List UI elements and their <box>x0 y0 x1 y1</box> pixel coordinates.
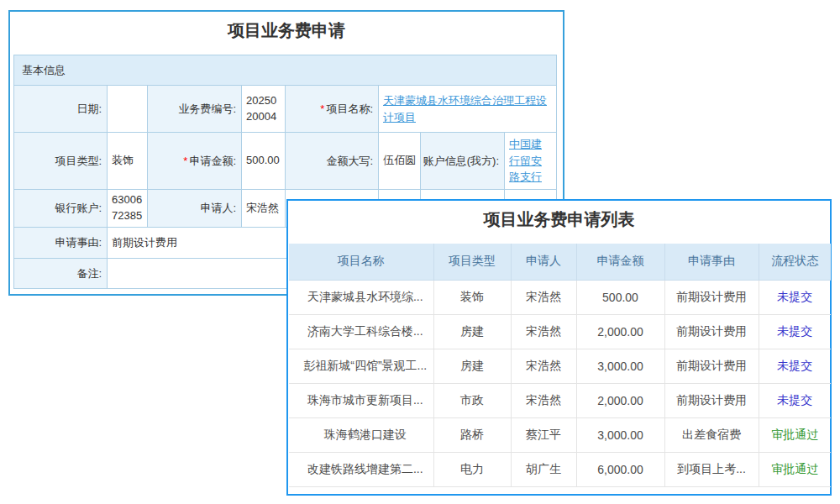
table-row: 彭祖新城“四馆”景观工... 房建 宋浩然 3,000.00 前期设计费用 未提… <box>289 349 831 383</box>
section-header-row: 基本信息 <box>14 55 557 86</box>
project-type-cell: 房建 <box>433 349 511 383</box>
amount-cell: 500.00 <box>576 280 664 314</box>
amount-label: *申请金额: <box>148 133 242 190</box>
project-type-cell: 房建 <box>433 314 511 349</box>
list-title: 项目业务费申请列表 <box>288 201 830 244</box>
applicant-link[interactable]: 蔡江平 <box>511 417 576 452</box>
status-badge[interactable]: 审批通过 <box>759 417 831 452</box>
status-badge[interactable]: 未提交 <box>759 280 831 314</box>
reason-cell: 前期设计费用 <box>664 383 759 417</box>
table-row: 天津蒙城县水环境综... 装饰 宋浩然 500.00 前期设计费用 未提交 <box>289 280 831 314</box>
applicant-link[interactable]: 胡广生 <box>511 452 576 486</box>
amount-cell: 2,000.00 <box>576 314 664 349</box>
page: 项目业务费申请 基本信息 日期: 业务费编号: 2025020004 *项目名称… <box>0 0 840 504</box>
project-name-label: *项目名称: <box>286 86 379 133</box>
col-header-status: 流程状态 <box>759 244 831 280</box>
form-row-2: 项目类型: 装饰 *申请金额: 500.00 金额大写: 伍佰圆 账户信息(我方… <box>14 133 557 190</box>
project-name-cell: 天津蒙城县水环境综合治理工程设计项目 <box>379 86 557 133</box>
project-type-cell: 市政 <box>433 383 511 417</box>
required-asterisk: * <box>183 155 187 167</box>
amount-cell: 3,000.00 <box>576 349 664 383</box>
reason-cell: 前期设计费用 <box>664 349 759 383</box>
project-name-link[interactable]: 改建铁路线增建第二... <box>289 452 433 486</box>
project-name-link[interactable]: 彭祖新城“四馆”景观工... <box>289 349 433 383</box>
project-name-link[interactable]: 济南大学工科综合楼... <box>289 314 433 349</box>
status-badge[interactable]: 未提交 <box>759 383 831 417</box>
col-header-amount: 申请金额 <box>576 244 664 280</box>
reason-cell: 出差食宿费 <box>664 417 759 452</box>
date-value <box>108 86 148 133</box>
applicant-link[interactable]: 宋浩然 <box>511 349 576 383</box>
project-type-label: 项目类型: <box>14 133 108 190</box>
table-row: 改建铁路线增建第二... 电力 胡广生 6,000.00 到项目上考... 审批… <box>289 452 831 486</box>
form-title: 项目业务费申请 <box>10 12 563 55</box>
status-badge[interactable]: 审批通过 <box>759 452 831 486</box>
applicant-link[interactable]: 宋浩然 <box>511 280 576 314</box>
table-row: 济南大学工科综合楼... 房建 宋浩然 2,000.00 前期设计费用 未提交 <box>289 314 831 349</box>
bank-account-value: 6300672385 <box>108 190 148 228</box>
applicant-value: 宋浩然 <box>242 190 286 228</box>
form-row-1: 日期: 业务费编号: 2025020004 *项目名称: 天津蒙城县水环境综合治… <box>14 86 557 133</box>
amount-cell: 2,000.00 <box>576 383 664 417</box>
status-badge[interactable]: 未提交 <box>759 349 831 383</box>
amount-value: 500.00 <box>242 133 286 190</box>
application-list-table: 项目名称 项目类型 申请人 申请金额 申请事由 流程状态 天津蒙城县水环境综..… <box>289 244 831 487</box>
col-header-project-type: 项目类型 <box>433 244 511 280</box>
project-name-link[interactable]: 天津蒙城县水环境综... <box>289 280 433 314</box>
project-type-cell: 装饰 <box>433 280 511 314</box>
fee-no-label: 业务费编号: <box>148 86 242 133</box>
section-header: 基本信息 <box>14 55 557 86</box>
project-name-link[interactable]: 珠海市城市更新项目... <box>289 383 433 417</box>
fee-application-list-panel: 项目业务费申请列表 项目名称 项目类型 申请人 申请金额 申请事由 流程状态 <box>286 199 832 496</box>
amount-cell: 6,000.00 <box>576 452 664 486</box>
date-label: 日期: <box>14 86 108 133</box>
list-header-row: 项目名称 项目类型 申请人 申请金额 申请事由 流程状态 <box>289 244 831 280</box>
applicant-link[interactable]: 宋浩然 <box>511 383 576 417</box>
remark-label: 备注: <box>14 259 108 289</box>
bank-account-label: 银行账户: <box>14 190 108 228</box>
reason-cell: 前期设计费用 <box>664 280 759 314</box>
project-type-cell: 路桥 <box>433 417 511 452</box>
project-type-cell: 电力 <box>433 452 511 486</box>
amount-caps-value: 伍佰圆 <box>379 133 421 190</box>
amount-cell: 3,000.00 <box>576 417 664 452</box>
project-name-link[interactable]: 天津蒙城县水环境综合治理工程设计项目 <box>383 94 547 123</box>
reason-label: 申请事由: <box>14 228 108 259</box>
bank-branch-link[interactable]: 中国建行留安路支行 <box>509 138 542 184</box>
project-type-value: 装饰 <box>108 133 148 190</box>
status-badge[interactable]: 未提交 <box>759 314 831 349</box>
applicant-link[interactable]: 宋浩然 <box>511 314 576 349</box>
reason-cell: 到项目上考... <box>664 452 759 486</box>
fee-no-value: 2025020004 <box>242 86 286 133</box>
project-name-link[interactable]: 珠海鹤港口建设 <box>289 417 433 452</box>
required-asterisk: * <box>320 102 324 115</box>
col-header-project-name: 项目名称 <box>289 244 433 280</box>
account-info-cell: 中国建行留安路支行 <box>505 133 557 190</box>
col-header-applicant: 申请人 <box>511 244 576 280</box>
applicant-label: 申请人: <box>148 190 242 228</box>
table-row: 珠海市城市更新项目... 市政 宋浩然 2,000.00 前期设计费用 未提交 <box>289 383 831 417</box>
list-body: 天津蒙城县水环境综... 装饰 宋浩然 500.00 前期设计费用 未提交 济南… <box>289 280 831 486</box>
amount-caps-label: 金额大写: <box>286 133 379 190</box>
account-info-label: 账户信息(我方): <box>421 133 505 190</box>
table-row: 珠海鹤港口建设 路桥 蔡江平 3,000.00 出差食宿费 审批通过 <box>289 417 831 452</box>
reason-cell: 前期设计费用 <box>664 314 759 349</box>
col-header-reason: 申请事由 <box>664 244 759 280</box>
